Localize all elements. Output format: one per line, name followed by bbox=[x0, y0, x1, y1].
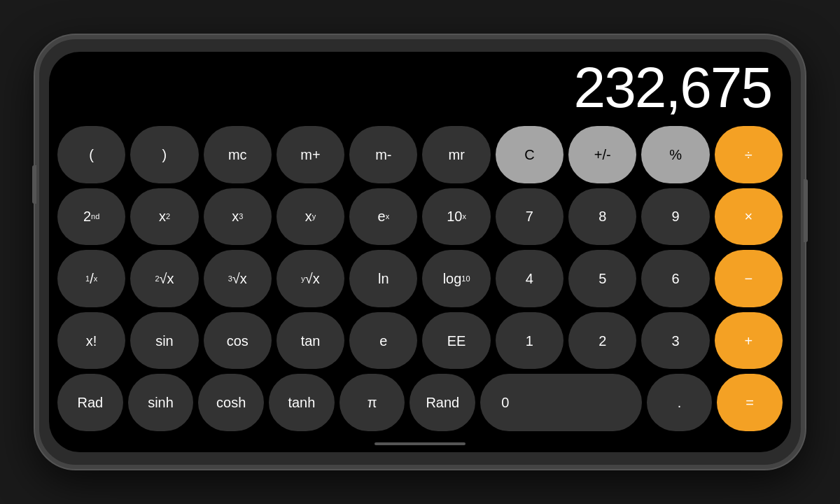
tan-button[interactable]: tan bbox=[276, 312, 344, 370]
x-cubed-button[interactable]: x3 bbox=[204, 188, 272, 246]
mc-button[interactable]: mc bbox=[204, 126, 272, 183]
close-paren-button[interactable]: ) bbox=[130, 126, 198, 183]
one-over-x-button[interactable]: 1/x bbox=[57, 250, 125, 307]
pi-button[interactable]: π bbox=[340, 374, 405, 431]
two-button[interactable]: 2 bbox=[568, 312, 636, 370]
euler-button[interactable]: e bbox=[349, 312, 417, 370]
buttons-area: ()mcm+m-mrC+/-%÷2ndx2x3xyex10x789×1/x2√x… bbox=[49, 123, 791, 438]
zero-button[interactable]: 0 bbox=[480, 374, 642, 431]
divide-button[interactable]: ÷ bbox=[715, 126, 783, 183]
m-minus-button[interactable]: m- bbox=[349, 126, 417, 183]
equals-button[interactable]: = bbox=[717, 374, 783, 431]
five-button[interactable]: 5 bbox=[568, 250, 636, 307]
clear-button[interactable]: C bbox=[496, 126, 564, 183]
x-squared-button[interactable]: x2 bbox=[130, 188, 198, 246]
percent-button[interactable]: % bbox=[641, 126, 709, 183]
cbrt-button[interactable]: 3√x bbox=[204, 250, 272, 307]
display-area: 232,675 bbox=[49, 52, 791, 123]
ee-button[interactable]: EE bbox=[422, 312, 490, 370]
second-button[interactable]: 2nd bbox=[57, 188, 125, 246]
rad-button[interactable]: Rad bbox=[57, 374, 123, 431]
nine-button[interactable]: 9 bbox=[641, 188, 709, 246]
x-to-y-button[interactable]: xy bbox=[276, 188, 344, 246]
multiply-button[interactable]: × bbox=[715, 188, 783, 246]
yth-root-button[interactable]: y√x bbox=[276, 250, 344, 307]
plus-minus-button[interactable]: +/- bbox=[568, 126, 636, 183]
rand-button[interactable]: Rand bbox=[410, 374, 475, 431]
m-plus-button[interactable]: m+ bbox=[276, 126, 344, 183]
one-button[interactable]: 1 bbox=[496, 312, 564, 370]
e-to-x-button[interactable]: ex bbox=[349, 188, 417, 246]
calculator-screen: 232,675 ()mcm+m-mrC+/-%÷2ndx2x3xyex10x78… bbox=[49, 52, 791, 452]
button-row-3: x!sincostaneEE123+ bbox=[57, 312, 783, 370]
power-button bbox=[804, 179, 808, 242]
button-row-0: ()mcm+m-mrC+/-%÷ bbox=[57, 126, 783, 183]
four-button[interactable]: 4 bbox=[496, 250, 564, 307]
cosh-button[interactable]: cosh bbox=[198, 374, 264, 431]
decimal-button[interactable]: . bbox=[647, 374, 713, 431]
sqrt-button[interactable]: 2√x bbox=[130, 250, 198, 307]
eight-button[interactable]: 8 bbox=[568, 188, 636, 246]
three-button[interactable]: 3 bbox=[641, 312, 709, 370]
button-row-2: 1/x2√x3√xy√xlnlog10456− bbox=[57, 250, 783, 307]
ln-button[interactable]: ln bbox=[349, 250, 417, 307]
mr-button[interactable]: mr bbox=[422, 126, 490, 183]
home-indicator bbox=[374, 442, 465, 445]
cos-button[interactable]: cos bbox=[204, 312, 272, 370]
display-value: 232,675 bbox=[574, 59, 771, 116]
button-row-4: RadsinhcoshtanhπRand0.= bbox=[57, 374, 783, 431]
phone-shell: 232,675 ()mcm+m-mrC+/-%÷2ndx2x3xyex10x78… bbox=[35, 35, 805, 469]
ten-to-x-button[interactable]: 10x bbox=[422, 188, 490, 246]
six-button[interactable]: 6 bbox=[641, 250, 709, 307]
log10-button[interactable]: log10 bbox=[422, 250, 490, 307]
tanh-button[interactable]: tanh bbox=[269, 374, 335, 431]
add-button[interactable]: + bbox=[715, 312, 783, 370]
button-row-1: 2ndx2x3xyex10x789× bbox=[57, 188, 783, 246]
factorial-button[interactable]: x! bbox=[57, 312, 125, 370]
sinh-button[interactable]: sinh bbox=[128, 374, 194, 431]
subtract-button[interactable]: − bbox=[715, 250, 783, 307]
bottom-bar bbox=[49, 438, 791, 452]
volume-button bbox=[32, 165, 36, 204]
sin-button[interactable]: sin bbox=[130, 312, 198, 370]
open-paren-button[interactable]: ( bbox=[57, 126, 125, 183]
seven-button[interactable]: 7 bbox=[496, 188, 564, 246]
